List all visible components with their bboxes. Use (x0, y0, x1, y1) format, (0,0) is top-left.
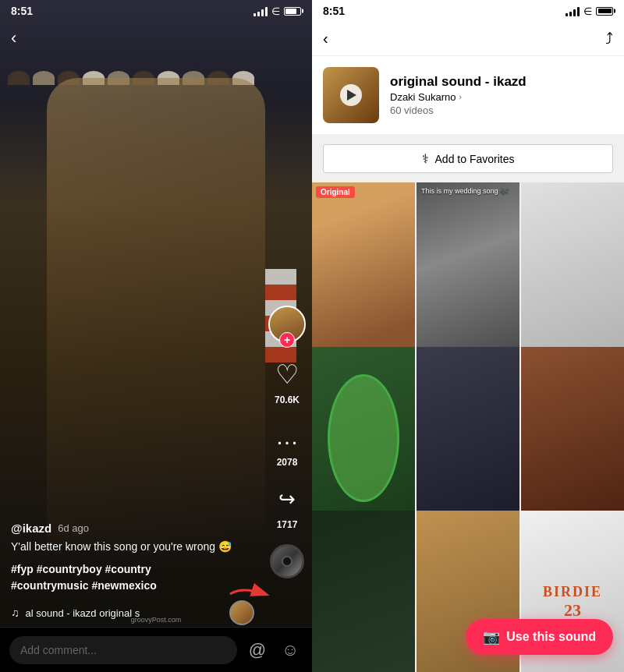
right-share-button[interactable]: ⤴ (590, 30, 613, 48)
left-status-icons: ∈ (254, 5, 301, 17)
grid-thumb-7 (312, 511, 415, 672)
grid-item-5[interactable] (417, 347, 519, 530)
add-favorites-button[interactable]: ⚕ Add to Favorites (323, 144, 613, 173)
person-silhouette (47, 78, 265, 546)
left-status-bar: 8:51 ∈ (0, 0, 312, 22)
video-grid: Original This is my wedding song 🎶 in fa… (312, 182, 624, 672)
bar3 (261, 9, 264, 16)
grid-item-3[interactable]: in fact, I can understand (521, 182, 624, 366)
share-icon: ↪ (270, 482, 304, 516)
comment-placeholder: Add comment... (20, 644, 97, 656)
sound-video-count: 60 videos (390, 104, 613, 116)
rbar3 (573, 9, 576, 16)
author-avatar[interactable]: + (268, 306, 306, 343)
comment-input[interactable]: Add comment... (9, 636, 237, 664)
rbar2 (569, 12, 572, 16)
grid-thumb-6 (521, 347, 624, 530)
sound-info-section: original sound - ikazd Dzaki Sukarno › 6… (312, 56, 624, 135)
video-info-overlay: @ikazd 6d ago Y'all better know this son… (0, 522, 265, 625)
bar2 (257, 12, 260, 16)
comment-icon: … (270, 419, 304, 454)
grid-thumb-5 (417, 347, 519, 530)
battery-fill (285, 9, 296, 14)
video-actions-sidebar: + ♡ 70.6K … 2078 ↪ 1717 (268, 306, 306, 578)
author-chevron-icon: › (459, 93, 462, 101)
use-sound-button[interactable]: 📷 Use this sound (466, 619, 613, 655)
right-battery-fill (598, 9, 612, 13)
grid-thumb-1 (312, 182, 415, 366)
green-bowl-1 (328, 374, 399, 502)
music-info-bar[interactable]: ♫ al sound - ikazd original s (11, 600, 254, 625)
music-note-icon: ♫ (11, 607, 20, 619)
right-panel: 8:51 ∈ ‹ ⤴ (312, 0, 624, 672)
comment-action[interactable]: … 2078 (270, 419, 304, 468)
follow-plus-badge[interactable]: + (279, 332, 295, 348)
grid-item-6[interactable] (521, 347, 624, 530)
disc-center (282, 556, 292, 567)
grid-item-4[interactable] (312, 347, 415, 530)
play-triangle-icon (347, 90, 356, 101)
sound-author[interactable]: Dzaki Sukarno › (390, 91, 613, 103)
right-status-icons: ∈ (566, 5, 613, 17)
right-battery-tip (614, 9, 615, 13)
share-action[interactable]: ↪ 1717 (270, 482, 304, 530)
like-action[interactable]: ♡ 70.6K (270, 357, 304, 405)
sound-title: original sound - ikazd (390, 74, 613, 90)
add-favorites-label: Add to Favorites (435, 153, 515, 165)
grid-thumb-2 (417, 182, 519, 366)
like-count: 70.6K (275, 394, 300, 405)
left-time: 8:51 (11, 5, 33, 17)
username-row: @ikazd 6d ago (11, 522, 254, 535)
person-figure (16, 47, 296, 577)
share-count: 1717 (277, 519, 298, 530)
grid-text-2: This is my wedding song 🎶 (420, 186, 516, 198)
grid-item-2[interactable]: This is my wedding song 🎶 (417, 182, 519, 366)
comment-bar: Add comment... @ ☺ (0, 627, 312, 672)
right-battery-container (596, 7, 613, 16)
emoji-icon[interactable]: ☺ (278, 638, 303, 663)
username: @ikazd (11, 522, 51, 535)
red-arrow-annotation (226, 580, 273, 613)
grid-item-1[interactable]: Original (312, 182, 415, 366)
battery-icon (284, 7, 301, 16)
right-signal-icon (566, 5, 580, 16)
signal-icon (254, 5, 268, 16)
battery-tip (302, 9, 303, 13)
right-status-bar: 8:51 ∈ (312, 0, 624, 22)
original-badge: Original (316, 186, 355, 198)
sound-author-name: Dzaki Sukarno (390, 91, 456, 103)
video-hashtags: #fyp #countryboy #country #countrymusic … (11, 561, 254, 594)
heart-icon: ♡ (270, 357, 304, 391)
use-sound-label: Use this sound (506, 630, 596, 644)
rbar1 (566, 13, 568, 16)
left-back-button[interactable]: ‹ (11, 28, 16, 48)
right-time: 8:51 (323, 5, 345, 17)
video-camera-icon: 📷 (483, 628, 500, 645)
birdie-text: BIRDIE 23 (543, 584, 602, 621)
sound-details: original sound - ikazd Dzaki Sukarno › 6… (390, 74, 613, 116)
video-caption: Y'all better know this song or you're wr… (11, 539, 254, 555)
comment-count: 2078 (277, 457, 298, 468)
wifi-icon: ∈ (271, 5, 280, 17)
sound-thumbnail[interactable] (323, 67, 379, 123)
music-disc[interactable] (270, 544, 304, 578)
left-panel: 8:51 ∈ ‹ + ♡ (0, 0, 312, 672)
bookmark-icon: ⚕ (422, 151, 429, 166)
right-nav-header: ‹ ⤴ (312, 22, 624, 56)
bar4 (265, 7, 268, 16)
post-time: 6d ago (58, 522, 89, 534)
right-back-button[interactable]: ‹ (323, 30, 346, 48)
mention-icon[interactable]: @ (245, 638, 270, 663)
rbar4 (577, 7, 580, 16)
grid-thumb-4 (312, 347, 415, 530)
grid-item-7[interactable]: #SHOWLOVEBEELOVE (312, 511, 415, 672)
right-wifi-icon: ∈ (583, 5, 592, 17)
music-text: al sound - ikazd original s (26, 607, 224, 619)
right-battery-icon (596, 7, 613, 16)
grid-thumb-3 (521, 182, 624, 366)
play-button[interactable] (340, 84, 362, 106)
bar1 (254, 13, 256, 16)
